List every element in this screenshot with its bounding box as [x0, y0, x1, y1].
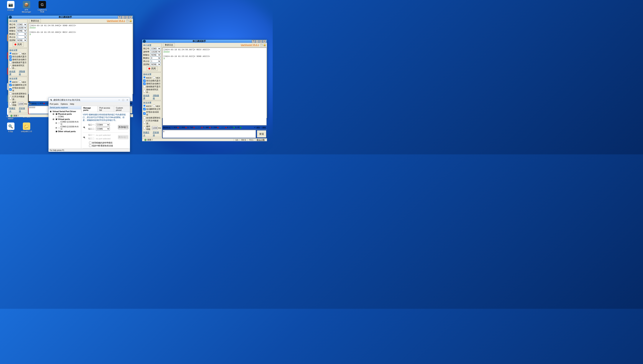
stopbits-select[interactable]: 1 — [16, 36, 27, 38]
tree-physical[interactable]: ⊟🖥Physical ports — [52, 113, 80, 115]
titlebar[interactable]: 🔌 虚拟串口驱动 6.9 by 歌川汉化 − □ × — [49, 98, 130, 102]
send-button[interactable]: 发送 — [257, 130, 266, 138]
history-link[interactable]: 历史发送 — [19, 107, 27, 112]
autoscroll-link[interactable]: 自动滚屏 — [9, 70, 18, 76]
minimize-button[interactable]: − — [118, 98, 121, 102]
port-select[interactable]: COM2 — [16, 23, 27, 26]
port2-select[interactable]: COM5 — [96, 127, 110, 130]
app-icon — [143, 40, 146, 43]
log-area[interactable]: [2024-03-10 01:24:55.946]# SEND ASCII> 2… — [29, 24, 133, 101]
vspd-chk1[interactable]: 使用精确的波特率模拟 — [89, 142, 128, 144]
help-button[interactable]: ? — [118, 16, 121, 19]
status-icon — [11, 115, 13, 117]
recv-chk2[interactable]: 接收区自动换行 — [9, 58, 27, 61]
app-icon — [9, 16, 12, 19]
delete-port-button[interactable]: 删除端口 — [118, 135, 128, 139]
menu-help[interactable]: Help — [70, 103, 74, 105]
send-chk1[interactable]: 自动解析转义符 — [9, 84, 27, 86]
maximize-button[interactable]: □ — [122, 98, 125, 102]
send-settings-panel: 发送设置 ASCII HEX 自动解析转义符 AT指令自动回车 自动发送附加位 … — [9, 77, 28, 113]
tree-root[interactable]: 🖥Virtual Serial Port Driver — [49, 110, 80, 113]
titlebar[interactable]: 串口调试助手 ? − □ × — [142, 40, 267, 43]
window-title: 虚拟串口驱动 6.9 by 歌川汉化 — [53, 98, 80, 102]
desktop-icon-unitysdk[interactable]: 📁unitysdk1.3.0 — [21, 122, 33, 132]
close-button[interactable]: × — [263, 40, 266, 43]
add-port-button[interactable]: 添加端口 — [118, 125, 128, 129]
send-chk2[interactable]: AT指令自动回车 — [9, 86, 27, 92]
port-settings-panel: 串口设置 串口号COM2 波特率115200 校验位NONE 数据位8 停止位1… — [9, 19, 28, 48]
flow-select[interactable]: NONE — [150, 63, 161, 66]
tab-manage[interactable]: Manage ports — [81, 106, 98, 112]
send-chk4[interactable]: 打开文件数据源... — [9, 95, 27, 101]
window-title: 串口调试助手 — [13, 16, 118, 19]
uart-window-2: 串口调试助手 ? − □ × 串口设置 串口号COM3 波特率115200 校验… — [142, 40, 267, 118]
window-title: 串口调试助手 — [147, 40, 252, 43]
close-button[interactable]: × — [129, 16, 132, 19]
tree-com1[interactable]: ⬚COM1 — [55, 115, 80, 118]
tree-com3[interactable]: ⊞⬚COM3 [115200-N-8-1] — [55, 125, 80, 130]
explorer-title: Serial ports explorer — [49, 106, 81, 109]
recv-chk4[interactable]: 接收保存到文件... — [9, 64, 27, 70]
port-select[interactable]: COM3 — [150, 47, 161, 50]
desktop-icons: 📷EV录屏 📦APK Messenger GLogitech G HUB — [5, 1, 48, 13]
app-icon: 🔌 — [50, 98, 52, 101]
favorite-icon[interactable]: ♡ — [126, 20, 129, 22]
maximize-button[interactable]: □ — [125, 16, 129, 19]
brand-link[interactable]: UartAssist V5.0.1 — [107, 20, 125, 22]
recv-hex-radio[interactable]: HEX — [19, 52, 26, 55]
menubar: Port pairs Options Help — [49, 102, 130, 106]
help-button[interactable]: ? — [252, 40, 255, 43]
desktop-icon-logitech[interactable]: GLogitech G HUB — [36, 1, 48, 13]
tab-pinout[interactable]: Custom pinout — [114, 106, 130, 112]
minimize-button[interactable]: − — [255, 40, 259, 43]
recv-settings-panel: 接收设置 ASCII HEX 按日志模式显示 接收区自动换行 接收数据不显示 接… — [9, 48, 28, 76]
tree-virtual[interactable]: ⊟🖥Virtual ports — [52, 118, 80, 120]
desktop-icon-apk[interactable]: 📦APK Messenger — [21, 1, 33, 13]
uart-window-1: 串口调试助手 ? − □ × 串口设置 串口号COM2 波特率115200 校验… — [8, 16, 133, 94]
vspd-description: VSPD 能够创建任何你想使用的端口号的虚拟端口，所以你可以不受端口号(COMx… — [83, 113, 128, 122]
menu-options[interactable]: Options — [61, 103, 68, 105]
databits-select[interactable]: 8 — [150, 56, 161, 60]
status-dot-icon — [15, 44, 16, 46]
bell-icon[interactable]: 🔔 — [129, 20, 132, 22]
send-textarea[interactable] — [163, 130, 256, 138]
baud-select[interactable]: 115200 — [150, 50, 161, 53]
parity-select[interactable]: NONE — [16, 29, 27, 32]
titlebar[interactable]: 串口调试助手 ? − □ × — [8, 16, 133, 19]
send-ascii-radio[interactable]: ASCII — [9, 80, 18, 83]
close-button[interactable]: × — [126, 98, 129, 102]
port-close-button[interactable]: 关闭 — [147, 66, 158, 71]
maximize-button[interactable]: □ — [259, 40, 262, 43]
recv-ascii-radio[interactable]: ASCII — [9, 52, 18, 55]
recv-chk1[interactable]: 按日志模式显示 — [9, 55, 27, 58]
send-chk5[interactable]: 循环周期 ms — [9, 101, 27, 106]
baud-select[interactable]: 115200 — [16, 26, 27, 29]
recv-chk3[interactable]: 接收数据不显示 — [9, 61, 27, 64]
tree-other[interactable]: 🖥Other virtual ports — [52, 130, 80, 133]
vspd-chk2[interactable]: 线路中断/重新恢复连接 — [89, 144, 128, 147]
parity-select[interactable]: NONE — [150, 54, 161, 56]
minimize-button[interactable]: − — [122, 16, 125, 19]
databits-select[interactable]: 8 — [16, 32, 27, 36]
desktop-icon-ilspy[interactable]: 🔍ILSpy — [5, 122, 17, 132]
menu-portpairs[interactable]: Port pairs — [50, 103, 59, 105]
port-close-button[interactable]: 关闭 — [13, 42, 24, 47]
flow-select[interactable]: NONE — [16, 39, 27, 42]
send-chk3[interactable]: 自动发送附加位 — [9, 92, 27, 95]
delete-pair-icon: 🔌 — [83, 136, 85, 138]
vspd-window: 🔌 虚拟串口驱动 6.9 by 歌川汉化 − □ × Port pairs Op… — [49, 98, 130, 152]
send-hex-radio[interactable]: HEX — [19, 80, 26, 83]
desktop-icon-ev[interactable]: 📷EV录屏 — [5, 1, 17, 13]
tree-com2[interactable]: ⊞⬚COM2 [115200-N-8-1] — [55, 120, 80, 125]
stopbits-select[interactable]: 1 — [150, 60, 161, 63]
tab-access[interactable]: Port access list — [97, 106, 114, 112]
ports-tree: 🖥Virtual Serial Port Driver ⊟🖥Physical p… — [49, 109, 81, 134]
clear-recv-link[interactable]: 清除接收 — [19, 70, 27, 76]
add-pair-icon: 🔌 — [83, 126, 85, 128]
shortcut-link[interactable]: 快捷定义 — [9, 107, 18, 112]
log-tab[interactable]: 数据日志 — [29, 19, 41, 23]
port1-select[interactable]: COM4 — [96, 123, 110, 126]
send-header-label: 数据发送 — [29, 102, 37, 105]
log-area[interactable]: [2024-03-10 01:24:56.007]# RECV ASCII> 2… — [163, 48, 267, 125]
statusbar: For help press F1 — [49, 148, 130, 152]
